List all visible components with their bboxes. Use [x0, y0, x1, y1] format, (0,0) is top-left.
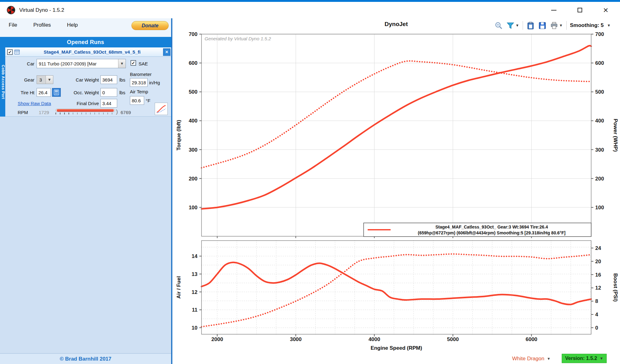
boost-tick-label: 20: [595, 259, 601, 264]
afr-curve: [202, 262, 591, 304]
show-raw-data-link[interactable]: Show Raw Data: [18, 101, 51, 106]
legend-line2: (659hp@6727rpm) (606lbft@4434rpm) Smooth…: [418, 230, 565, 235]
dynojet-chart: Generated by Virtual Dyno 1.5.2100100200…: [176, 32, 618, 238]
rpm-min-value: 1729: [39, 110, 49, 115]
toolbar-separator: [523, 21, 523, 30]
run-file-icon: [14, 49, 20, 55]
maximize-icon: [578, 8, 582, 12]
rpm-tick-label: 5000: [447, 336, 459, 342]
car-select-value: 911 Turbo (2007-2009) [Mar: [37, 61, 118, 66]
air-temp-unit: °F: [146, 98, 150, 103]
occ-weight-field[interactable]: [100, 88, 117, 97]
sae-label: SAE: [139, 61, 148, 66]
opened-runs-header: Opened Runs: [0, 37, 171, 47]
torque-tick-label: 300: [189, 147, 197, 153]
zoom-out-icon[interactable]: [494, 21, 503, 30]
torque-tick-label: 200: [189, 176, 197, 182]
maximize-button[interactable]: [567, 2, 593, 18]
skin-dropdown-caret: ▼: [547, 357, 551, 361]
close-button[interactable]: ×: [593, 2, 619, 18]
rpm-tick-label: 4000: [369, 336, 380, 342]
rpm-max-value: 6769: [121, 110, 131, 115]
afr-tick-label: 11: [192, 307, 197, 313]
sae-checkbox[interactable]: [131, 60, 136, 66]
run-color-style-button[interactable]: [155, 103, 168, 115]
paste-icon[interactable]: [526, 21, 535, 30]
rpm-tick-label: 6000: [525, 336, 537, 342]
save-icon[interactable]: [538, 21, 547, 30]
torque-tick-label: 700: [189, 32, 197, 37]
plot-border: [202, 34, 591, 236]
occ-weight-label: Occ. Weight: [52, 90, 99, 95]
torque-tick-label: 400: [189, 118, 197, 124]
final-drive-label: Final Drive: [52, 101, 99, 106]
tire-height-label: Tire Ht: [5, 90, 34, 95]
window-title: Virtual Dyno - 1.5.2: [19, 7, 64, 13]
x-axis-title: Engine Speed (RPM): [370, 345, 422, 351]
occ-weight-unit: lbs: [119, 90, 125, 95]
chevron-down-icon: ▼: [118, 59, 126, 68]
print-dropdown-caret[interactable]: ▼: [559, 23, 563, 28]
boost-tick-label: 24: [595, 245, 601, 251]
rpm-range-slider[interactable]: [55, 109, 115, 115]
donate-button[interactable]: Donate: [131, 21, 169, 30]
menu-file[interactable]: File: [9, 22, 17, 28]
chart-area: DynoJet ▼: [172, 18, 620, 364]
filter-icon[interactable]: [506, 21, 515, 30]
boost-axis-title: Boost (PSI): [613, 273, 618, 302]
afr-tick-label: 10: [192, 325, 197, 331]
run-close-button[interactable]: ×: [163, 48, 170, 56]
minimize-button[interactable]: [541, 2, 567, 18]
car-weight-field[interactable]: [100, 75, 117, 84]
toolbar-separator: [566, 21, 567, 30]
rpm-slider-endcap: ): [116, 108, 118, 115]
chart-legend: Stage4_MAF_Catless_93Oct_ Gear:3 Wt:3694…: [364, 223, 591, 237]
skin-dropdown[interactable]: White Dragon ▼: [512, 356, 551, 362]
afr-tick-label: 12: [192, 289, 197, 295]
tire-height-field[interactable]: [37, 88, 51, 97]
boost-tick-label: 8: [595, 298, 598, 304]
boost-tick-label: 0: [595, 325, 598, 331]
version-dropdown-value: Version: 1.5.2: [565, 356, 597, 361]
legend-line1: Stage4_MAF_Catless_93Oct_ Gear:3 Wt:3694…: [435, 224, 548, 229]
titlebar[interactable]: Virtual Dyno - 1.5.2 ×: [0, 2, 620, 18]
afr-boost-chart: 1011121314048121620242000300040005000600…: [176, 241, 618, 351]
afr-tick-label: 14: [192, 253, 197, 259]
torque-axis-title: Torque (lbft): [176, 120, 182, 151]
cobb-access-port-tab[interactable]: Cobb Access Port: [0, 47, 5, 117]
barometer-label: Barometer: [130, 72, 152, 77]
run-enabled-checkbox[interactable]: [7, 49, 13, 55]
print-icon[interactable]: [550, 21, 558, 30]
rpm-tick-label: 3000: [290, 336, 302, 342]
air-temp-field[interactable]: [130, 96, 144, 105]
air-temp-label: Air Temp: [130, 89, 148, 94]
dyno-charts: Generated by Virtual Dyno 1.5.2100100200…: [172, 32, 620, 353]
car-select[interactable]: 911 Turbo (2007-2009) [Mar ▼: [37, 59, 126, 68]
copyright-footer: © Brad Barnhill 2017: [0, 353, 171, 364]
version-dropdown[interactable]: Version: 1.5.2 ▼: [562, 354, 607, 363]
power-tick-label: 300: [595, 147, 604, 153]
gear-select[interactable]: 3 ▼: [37, 75, 53, 84]
torque-tick-label: 600: [189, 60, 197, 66]
minimize-icon: [551, 10, 556, 11]
curve-style-icon: [156, 104, 166, 114]
chart-toolbar: ▼ ▼ Smoothing: 5 ▼: [494, 20, 611, 31]
close-icon: ×: [603, 6, 608, 15]
smoothing-dropdown[interactable]: Smoothing: 5: [570, 22, 604, 29]
torque-curve: [202, 61, 591, 168]
rpm-label: RPM: [18, 110, 28, 115]
menu-help[interactable]: Help: [67, 22, 78, 28]
rpm-slider-fill: [57, 109, 114, 112]
menu-profiles[interactable]: Profiles: [33, 22, 51, 28]
menubar: File Profiles Help Donate: [0, 18, 171, 37]
plot-border: [202, 241, 591, 334]
boost-tick-label: 4: [595, 312, 598, 317]
version-dropdown-caret: ▼: [600, 356, 603, 361]
torque-tick-label: 500: [189, 89, 197, 95]
run-title-row[interactable]: Stage4_MAF_Catless_93Oct_68mm_v4_5_fi ×: [5, 47, 171, 57]
smoothing-dropdown-caret[interactable]: ▼: [607, 23, 611, 28]
filter-dropdown-caret[interactable]: ▼: [516, 23, 519, 28]
barometer-field[interactable]: [130, 78, 148, 87]
final-drive-field[interactable]: [100, 99, 117, 108]
car-weight-label: Car Weight: [52, 77, 99, 82]
